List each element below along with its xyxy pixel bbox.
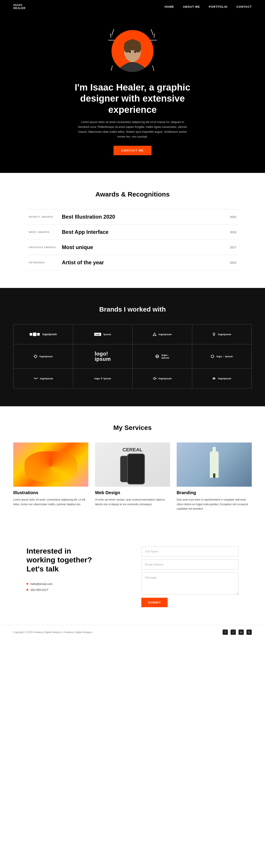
svg-point-18	[211, 355, 214, 358]
service-title: Branding	[177, 490, 252, 495]
award-org: ARTMONDO	[27, 255, 60, 270]
award-title: Best App Interface	[60, 224, 221, 240]
table-row: ARTMONDO Artist of the year 2015	[27, 255, 238, 270]
decorative-line	[151, 29, 153, 35]
nav-link-portfolio[interactable]: PORTFOLIO	[209, 5, 228, 8]
hero-image-wrap	[27, 27, 238, 75]
brand-cell: logo ® ipsum	[73, 369, 133, 389]
service-description: Lorem ipsum dolor sit amet, consectetur …	[13, 497, 88, 506]
decorative-line	[111, 65, 113, 71]
services-grid: Illustrations Lorem ipsum dolor sit amet…	[13, 442, 252, 511]
brand-logo: logoipsum	[212, 377, 231, 380]
avatar-svg	[112, 30, 153, 72]
avatar-container	[108, 27, 157, 75]
awards-table: INFINITY AWARDS Best Illustration 2020 2…	[27, 209, 238, 270]
nav-link-home[interactable]: HOME	[165, 5, 174, 8]
brand-logo: logoipsum	[33, 377, 53, 380]
bottle-mockup	[210, 451, 218, 478]
awards-section: Awards & Recognitions INFINITY AWARDS Be…	[0, 173, 265, 288]
decorative-line	[150, 40, 157, 40]
award-year: 2015	[221, 255, 238, 270]
brand-cell: LOGOIPSUM	[132, 369, 192, 389]
nav-item-contact[interactable]: CONTACT	[236, 5, 252, 9]
decorative-line	[154, 33, 155, 38]
brand-cell: logoipsum	[13, 324, 73, 344]
service-image-illustrations	[13, 442, 88, 487]
nav-link-contact[interactable]: CONTACT	[236, 5, 252, 8]
social-instagram[interactable]: in	[238, 629, 244, 635]
social-facebook[interactable]: f	[223, 629, 228, 635]
hero-section: I'm Isaac Healer, a graphic designer wit…	[0, 13, 265, 173]
brand-logo: LOGOIPSUM	[153, 333, 172, 336]
brand-logo: LOGO!IPSUM	[95, 351, 111, 362]
message-input[interactable]	[141, 572, 238, 595]
hero-body: Lorem ipsum dolor sit amet consectetur a…	[77, 120, 188, 139]
decorative-line	[112, 29, 114, 35]
contact-email: hello@email.com	[30, 582, 53, 586]
nav-logo: ISAAC HEALER	[13, 3, 25, 10]
decorative-line	[152, 65, 154, 71]
brand-cell: logo ○ ipsum	[192, 344, 252, 369]
service-card-branding: Branding Duis aute irure dolor in repreh…	[177, 442, 252, 511]
award-title: Best Illustration 2020	[60, 209, 221, 224]
nav-link-about[interactable]: ABOUT ME	[183, 5, 200, 8]
email-bullet	[27, 583, 28, 585]
hero-headline: I'm Isaac Healer, a graphic designer wit…	[72, 82, 193, 115]
email-input[interactable]	[141, 560, 238, 569]
service-description: Duis aute irure dolor in reprehenderit i…	[177, 497, 252, 511]
name-input[interactable]	[141, 547, 238, 556]
contact-section: Interested in working together? Let's ta…	[0, 529, 265, 625]
award-org: WEBY AWARDS	[27, 224, 60, 240]
svg-point-9	[126, 43, 130, 48]
service-card-illustrations: Illustrations Lorem ipsum dolor sit amet…	[13, 442, 88, 511]
nav-links: HOME ABOUT ME PORTFOLIO CONTACT	[165, 5, 252, 9]
award-org: INFINITY AWARDS	[27, 209, 60, 224]
service-image-webdesign	[95, 442, 170, 487]
service-description: Ut enim ad minim veniam, quis nostrud ex…	[95, 497, 170, 506]
contact-left: Interested in working together? Let's ta…	[27, 547, 124, 592]
brands-title: Brands I worked with	[13, 306, 252, 313]
submit-button[interactable]: SUBMIT	[141, 598, 168, 607]
contact-email-item: hello@email.com	[27, 582, 124, 586]
footer-copyright: Copyright © 2023 Freelance Digital Desig…	[13, 631, 92, 633]
nav-item-portfolio[interactable]: PORTFOLIO	[209, 5, 228, 9]
brand-cell: LOGO!IPSUM	[73, 344, 133, 369]
award-year: 2019	[221, 224, 238, 240]
brands-grid: logoipsumLOGOIPSUMLOGOIPSUMlogoipsumlogo…	[13, 324, 252, 389]
service-card-webdesign: Web Design Ut enim ad minim veniam, quis…	[95, 442, 170, 511]
brand-logo: logoipsum	[212, 333, 231, 336]
brand-cell: logoipsum	[13, 344, 73, 369]
svg-point-10	[135, 43, 139, 48]
social-linkedin[interactable]: li	[246, 629, 252, 635]
brand-logo: LOGOIPSUM	[94, 333, 111, 336]
contact-info: hello@email.com 202-555-0127	[27, 582, 124, 592]
social-twitter[interactable]: t	[231, 629, 236, 635]
award-title: Artist of the year	[60, 255, 221, 270]
footer-social: f t in li	[223, 629, 252, 635]
phone-mockup	[127, 454, 145, 485]
brand-cell: LOGOIPSUM	[132, 324, 192, 344]
awards-title: Awards & Recognitions	[27, 191, 238, 198]
contact-me-button[interactable]: CONTACT ME	[114, 146, 152, 155]
brand-cell: logoipsum	[13, 369, 73, 389]
svg-point-12	[134, 50, 136, 53]
table-row: GRAFIKKA AWARDS Most unique 2017	[27, 240, 238, 255]
brand-logo: logo–ipsum	[155, 354, 169, 359]
svg-marker-14	[34, 355, 37, 358]
brand-logo: logo ® ipsum	[94, 377, 111, 380]
navbar: ISAAC HEALER HOME ABOUT ME PORTFOLIO CON…	[0, 0, 265, 13]
decorative-line	[110, 33, 111, 38]
services-section: My Services Illustrations Lorem ipsum do…	[0, 406, 265, 529]
svg-point-11	[129, 50, 131, 53]
avatar-background	[112, 30, 153, 72]
svg-marker-19	[153, 377, 156, 380]
brand-cell: logo–ipsum	[132, 344, 192, 369]
service-image-branding	[177, 442, 252, 487]
brand-logo: LOGOIPSUM	[153, 377, 172, 380]
table-row: INFINITY AWARDS Best Illustration 2020 2…	[27, 209, 238, 224]
decorative-line	[108, 40, 115, 40]
award-year: 2017	[221, 240, 238, 255]
nav-item-about[interactable]: ABOUT ME	[183, 5, 200, 9]
nav-item-home[interactable]: HOME	[165, 5, 174, 9]
contact-heading: Interested in working together? Let's ta…	[27, 547, 124, 574]
